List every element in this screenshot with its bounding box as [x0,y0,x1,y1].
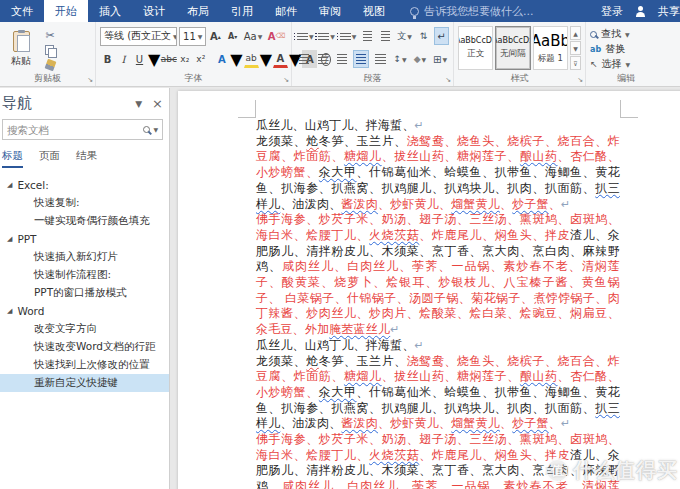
account-area: 登录 共享 [601,0,680,22]
document-text[interactable]: 瓜丝儿、山鸡丁儿、拌海蜇、↵龙须菜、炝冬笋、玉兰片、浇鸳鸯、烧鱼头、烧槟子、烧百… [256,118,620,489]
styles-scroll-down[interactable]: ▼ [570,41,581,55]
nav-item[interactable]: 重新自定义快捷键 [0,374,169,392]
collapse-triangle-icon[interactable]: ◢ [7,181,12,189]
styles-dialog-launcher[interactable]: ↘ [577,77,583,84]
style-normal[interactable]: AaBbCcDc 正文 [458,26,493,70]
strikethrough-button[interactable]: abc [161,50,176,68]
tab-file[interactable]: 文件 [0,0,44,22]
font-dialog-launcher[interactable]: ↘ [283,77,289,84]
line-spacing-button[interactable]: ↕▼ [392,50,409,68]
text-run: 冬笋、玉兰片、 [319,134,407,148]
nav-item[interactable]: 改变文字方向 [0,320,169,338]
align-left-button[interactable] [296,50,312,68]
highlight-button[interactable]: ab [244,50,259,68]
collapse-triangle-icon[interactable]: ◢ [7,307,12,315]
decrease-indent-button[interactable] [360,27,375,45]
tell-me-box[interactable]: 告诉我您想要做什么... [410,0,534,22]
text-run: 、油泼肉、 [280,197,341,211]
increase-indent-button[interactable] [378,27,393,45]
share-button[interactable]: 共享 [658,4,680,19]
select-button[interactable]: ↖ 选择 ▼ [590,57,662,71]
styles-scroll-up[interactable]: ▲ [570,26,581,40]
italic-button[interactable]: I [116,50,131,68]
nav-item[interactable]: 一键实现奇偶行颜色填充 [0,212,169,230]
font-size-combo[interactable]: 11▼ [179,27,206,46]
tab-view[interactable]: 视图 [352,0,396,22]
clipboard-dialog-launcher[interactable]: ↘ [87,77,93,84]
nav-item[interactable]: 快速制作流程图: [0,266,169,284]
nav-tab-headings[interactable]: 标题 [2,149,23,168]
nav-item[interactable]: PPT的窗口播放模式 [0,284,169,302]
bullets-button[interactable]: ▼ [296,27,314,45]
align-center-icon [318,54,328,64]
find-dropdown[interactable]: ▼ [625,31,630,38]
style-no-spacing[interactable]: AaBbCcDx 无间隔 [495,26,530,70]
distribute-button[interactable] [372,50,388,68]
user-icon[interactable] [635,6,646,17]
search-input[interactable] [3,124,143,136]
select-dropdown[interactable]: ▼ [626,61,631,68]
borders-button[interactable]: ⊞▼ [431,50,449,68]
numbering-button[interactable]: ▼ [317,27,335,45]
format-painter-button[interactable] [42,58,58,71]
tab-home[interactable]: 开始 [44,0,88,22]
nav-item[interactable]: ◢Excel: [0,176,169,194]
subscript-button[interactable]: x₂ [177,50,192,68]
underline-dropdown[interactable]: ▼ [148,50,160,69]
change-case-button[interactable]: Aa▼ [242,27,264,45]
grow-font-button[interactable]: A▴ [208,27,223,45]
close-icon[interactable]: × [152,96,163,111]
superscript-button[interactable]: x² [193,50,208,68]
paste-button[interactable]: 粘贴 [4,26,38,72]
style-preview: AaBb [533,32,568,50]
underline-button[interactable]: U [132,50,147,68]
cut-button[interactable]: ✂ [42,28,58,43]
text-run: 龙须菜、 [256,134,306,148]
justify-button[interactable] [353,50,369,68]
style-heading-1[interactable]: AaBb 标题 1 [533,26,568,70]
search-options-dropdown[interactable]: ▼ [153,126,158,133]
sign-in-button[interactable]: 登录 [601,4,623,19]
text-effects-dropdown[interactable]: ▼ [230,50,242,69]
collapse-triangle-icon[interactable]: ◢ [7,235,12,243]
tab-references[interactable]: 引用 [220,0,264,22]
clear-formatting-button[interactable]: A⌫ [266,27,287,45]
nav-tab-pages[interactable]: 页面 [39,149,60,168]
pane-options-dropdown[interactable]: ▼ [135,99,142,109]
search-icon[interactable] [143,126,150,133]
replace-button[interactable]: ab 替换 [590,42,662,56]
text-effects-button[interactable]: A [214,50,229,68]
nav-item[interactable]: 快速插入新幻灯片 [0,248,169,266]
align-right-button[interactable] [334,50,350,68]
multilevel-list-button[interactable]: ▼ [339,27,357,45]
shrink-font-button[interactable]: A▾ [225,27,240,45]
text-run: 龙须菜、 [256,354,306,368]
tab-insert[interactable]: 插入 [88,0,132,22]
nav-tab-results[interactable]: 结果 [76,149,97,168]
paragraph: 龙须菜、炝冬笋、玉兰片、浇鸳鸯、烧鱼头、烧槟子、烧百合、炸豆腐、炸面筋、糖熘儿、… [256,134,620,213]
text-run: 火烧茨菇 [369,448,419,462]
styles-gallery-expand[interactable]: ⊽ [570,56,581,70]
show-marks-button[interactable]: ↵ [434,27,449,45]
asian-layout-button[interactable]: 文▼ [396,27,413,45]
copy-button[interactable] [42,44,58,57]
shading-button[interactable]: ◆▼ [412,50,429,68]
bold-button[interactable]: B [100,50,115,68]
find-button[interactable]: 查找 ▼ [590,27,662,41]
font-name-combo[interactable]: 等线 (西文正文▼ [100,27,177,46]
nav-item[interactable]: ◢PPT [0,230,169,248]
nav-item[interactable]: 快速改变Word文档的行距 [0,338,169,356]
font-group-label: 字体 [96,72,291,85]
tab-design[interactable]: 设计 [132,0,176,22]
tab-layout[interactable]: 布局 [176,0,220,22]
paragraph-dialog-launcher[interactable]: ↘ [445,77,451,84]
align-center-button[interactable] [315,50,331,68]
font-color-button[interactable]: A [273,50,288,68]
nav-item[interactable]: 快速找到上次修改的位置 [0,356,169,374]
tab-mailings[interactable]: 邮件 [264,0,308,22]
nav-item[interactable]: ◢Word [0,302,169,320]
nav-item[interactable]: 快速复制: [0,194,169,212]
sort-button[interactable]: ⇅ [416,27,431,45]
highlight-dropdown[interactable]: ▼ [260,50,272,69]
tab-review[interactable]: 审阅 [308,0,352,22]
